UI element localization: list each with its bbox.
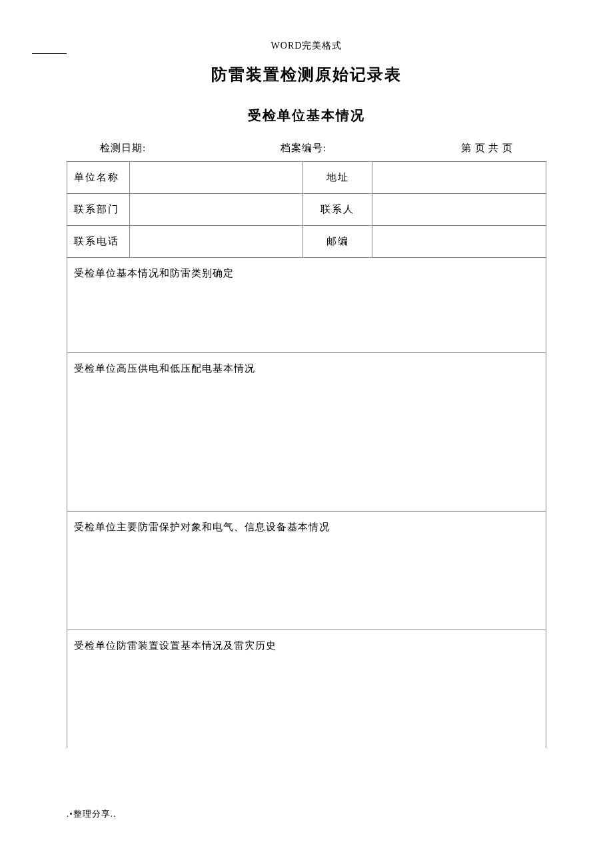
table-row: 受检单位基本情况和防雷类别确定 <box>67 258 546 353</box>
form-table: 单位名称 地址 联系部门 联系人 联系电话 邮编 受检单位基本情况和防雷类别确定… <box>67 161 546 748</box>
contact-person-value[interactable] <box>372 194 546 226</box>
contact-dept-label: 联系部门 <box>67 194 130 226</box>
sub-title: 受检单位基本情况 <box>67 107 546 125</box>
contact-person-label: 联系人 <box>303 194 372 226</box>
file-number-label: 档案编号: <box>281 142 326 155</box>
table-row: 联系电话 邮编 <box>67 226 546 258</box>
inspection-date-label: 检测日期: <box>100 142 146 155</box>
section-3-body[interactable] <box>74 534 539 620</box>
contact-phone-value[interactable] <box>129 226 303 258</box>
section-3-title: 受检单位主要防雷保护对象和电气、信息设备基本情况 <box>74 521 539 534</box>
table-row: 受检单位高压供电和低压配电基本情况 <box>67 353 546 512</box>
top-left-underline <box>32 53 67 54</box>
main-title: 防雷装置检测原始记录表 <box>67 64 546 85</box>
address-label: 地址 <box>303 162 372 194</box>
table-row: 受检单位主要防雷保护对象和电气、信息设备基本情况 <box>67 512 546 630</box>
footer-text: .•整理分享.. <box>67 808 116 820</box>
section-2: 受检单位高压供电和低压配电基本情况 <box>67 353 546 512</box>
section-4: 受检单位防雷装置设置基本情况及雷灾历史 <box>67 630 546 749</box>
section-2-body[interactable] <box>74 375 539 502</box>
section-4-title: 受检单位防雷装置设置基本情况及雷灾历史 <box>74 640 539 652</box>
section-3: 受检单位主要防雷保护对象和电气、信息设备基本情况 <box>67 512 546 630</box>
meta-row: 检测日期: 档案编号: 第 页 共 页 <box>67 142 546 161</box>
contact-dept-value[interactable] <box>129 194 303 226</box>
postcode-value[interactable] <box>372 226 546 258</box>
unit-name-value[interactable] <box>129 162 303 194</box>
table-row: 单位名称 地址 <box>67 162 546 194</box>
section-1: 受检单位基本情况和防雷类别确定 <box>67 258 546 353</box>
contact-phone-label: 联系电话 <box>67 226 130 258</box>
page-info: 第 页 共 页 <box>461 142 513 155</box>
section-2-title: 受检单位高压供电和低压配电基本情况 <box>74 362 539 375</box>
address-value[interactable] <box>372 162 546 194</box>
unit-name-label: 单位名称 <box>67 162 130 194</box>
format-header: WORD完美格式 <box>67 40 546 52</box>
section-1-body[interactable] <box>74 280 539 343</box>
table-row: 受检单位防雷装置设置基本情况及雷灾历史 <box>67 630 546 749</box>
section-1-title: 受检单位基本情况和防雷类别确定 <box>74 267 539 280</box>
document-page: WORD完美格式 防雷装置检测原始记录表 受检单位基本情况 检测日期: 档案编号… <box>0 0 613 868</box>
postcode-label: 邮编 <box>303 226 372 258</box>
section-4-body[interactable] <box>74 652 539 739</box>
table-row: 联系部门 联系人 <box>67 194 546 226</box>
